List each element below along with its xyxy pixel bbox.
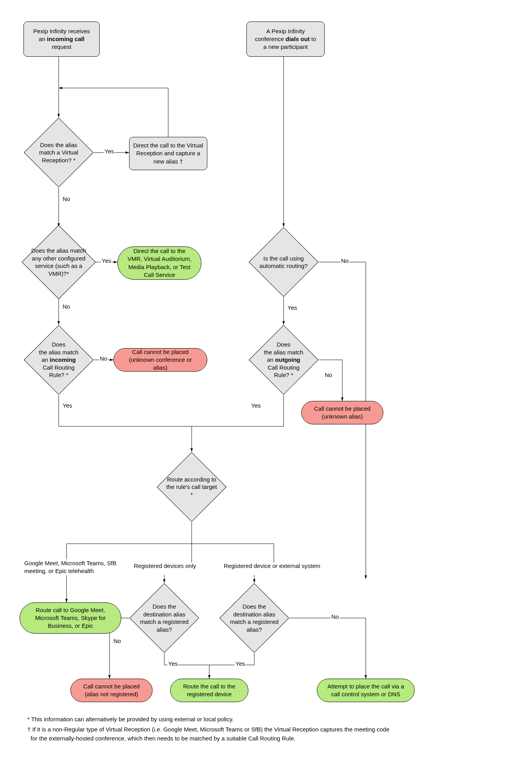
text: Rule? *: [274, 372, 293, 378]
footnote-2b: for the externally-hosted conference, wh…: [31, 735, 295, 742]
diamond-reg1: Does the destination alias match a regis…: [129, 583, 200, 653]
label-no: No: [62, 303, 71, 310]
pill-dns: Attempt to place the call via a call con…: [317, 679, 415, 702]
text: Route according to the rule's call targe…: [166, 476, 217, 499]
flowchart-canvas: { "nodes": { "start_in_l1": "Pexip Infin…: [0, 0, 532, 760]
text: conference: [255, 36, 286, 42]
pill-reg: Route the call to the registered device: [170, 679, 248, 702]
text: an: [267, 356, 275, 363]
text: an: [41, 356, 50, 363]
text: the alias match: [264, 349, 304, 356]
diamond-reg2: Does the destination alias match a regis…: [219, 583, 289, 653]
label-yes: Yes: [287, 304, 298, 311]
text: Does the destination alias match a regis…: [228, 603, 280, 633]
text: Does the alias match any other configure…: [31, 247, 86, 277]
text: Direct the call to the VMR, Virtual Audi…: [126, 247, 193, 279]
diamond-route: Route according to the rule's call targe…: [156, 452, 227, 522]
label-no: No: [331, 613, 340, 620]
diamond-service: Does the alias match any other configure…: [22, 225, 96, 299]
text: Call Routing: [268, 364, 300, 371]
start-incoming: Pexip Infinity receivesan incoming callr…: [23, 22, 100, 57]
branch-label-1: Google Meet, Microsoft Teams, SfB meetin…: [23, 559, 121, 575]
pill-service: Direct the call to the VMR, Virtual Audi…: [117, 246, 201, 280]
text: Rule? *: [49, 372, 68, 378]
text: Is the call using automatic routing?: [258, 255, 309, 270]
label-no: No: [340, 257, 349, 264]
text: Direct the call to the Virtual Reception…: [133, 142, 204, 165]
text: Call Routing: [43, 364, 75, 371]
start-outgoing: A Pexip Infinityconference dials out toa…: [246, 22, 325, 57]
text-bold: outgoing: [275, 356, 300, 363]
branch-label-3: Registered device or external system: [223, 562, 321, 569]
label-yes: Yes: [167, 660, 178, 667]
text: an: [39, 36, 47, 42]
text: Call cannot be placed (unknown conferenc…: [122, 348, 199, 372]
pill-gm: Route call to Google Meet, Microsoft Tea…: [20, 602, 121, 634]
label-no: No: [113, 638, 122, 644]
text-bold: incoming: [50, 356, 76, 363]
text: to: [310, 36, 316, 42]
label-no: No: [324, 372, 333, 378]
text: Does the destination alias match a regis…: [138, 603, 190, 633]
footnote-1: * This information can alternatively be …: [27, 715, 389, 724]
text: Pexip Infinity receives: [33, 28, 90, 34]
label-yes: Yes: [235, 660, 246, 667]
diamond-out-rule: Doesthe alias matchan outgoingCall Routi…: [248, 325, 319, 395]
label-no: No: [99, 355, 108, 362]
text-bold: dials out: [286, 36, 310, 42]
diamond-in-rule: Doesthe alias matchan incomingCall Routi…: [23, 325, 94, 395]
text: Does: [277, 341, 290, 348]
branch-label-2: Registered devices only: [133, 562, 197, 569]
text: the alias match: [39, 349, 79, 356]
label-yes: Yes: [101, 257, 112, 264]
pill-unknown-conf: Call cannot be placed (unknown conferenc…: [113, 348, 207, 372]
vr-capture: Direct the call to the Virtual Reception…: [129, 137, 207, 170]
footnotes: * This information can alternatively be …: [27, 715, 389, 745]
text: Does the alias match a Virtual Reception…: [33, 141, 84, 164]
text: Route call to Google Meet, Microsoft Tea…: [28, 606, 113, 630]
text: Call cannot be placed (alias not registe…: [79, 683, 144, 699]
footnote-2a: † If it is a non-Regular type of Virtual…: [27, 726, 389, 733]
label-yes: Yes: [104, 148, 115, 155]
label-yes: Yes: [62, 402, 73, 409]
text: request: [52, 43, 71, 50]
text-bold: incoming call: [47, 36, 84, 42]
text: Does: [52, 341, 65, 348]
text: Route the call to the registered device: [178, 683, 240, 699]
label-yes: Yes: [250, 402, 261, 409]
text: Attempt to place the call via a call con…: [325, 683, 406, 699]
pill-unknown-alias: Call cannot be placed (unknown alias): [301, 401, 383, 424]
text: A Pexip Infinity: [266, 28, 305, 34]
text: Call cannot be placed (unknown alias): [309, 405, 375, 421]
pill-not-reg: Call cannot be placed (alias not registe…: [70, 679, 153, 702]
text: a new participant: [263, 43, 307, 50]
diamond-vr: Does the alias match a Virtual Reception…: [23, 117, 94, 188]
diamond-auto: Is the call using automatic routing?: [248, 227, 319, 297]
label-no: No: [62, 196, 71, 202]
